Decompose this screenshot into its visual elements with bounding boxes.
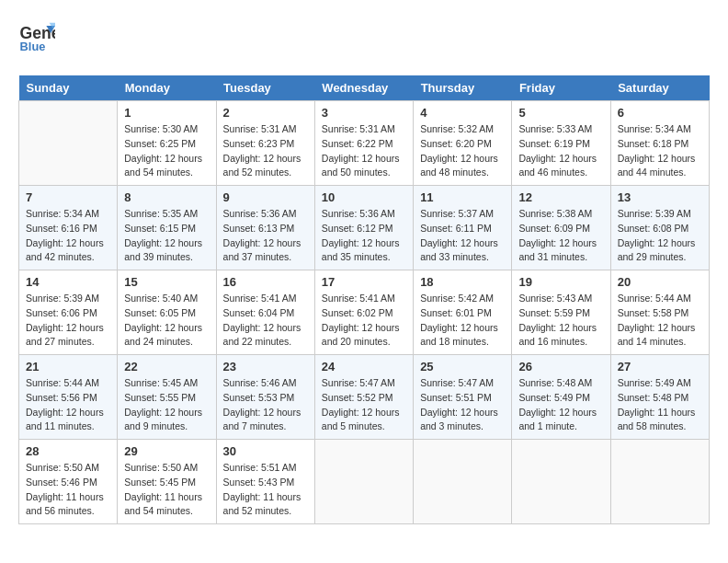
sunrise: Sunrise: 5:31 AM xyxy=(223,123,297,134)
week-row-1: 1 Sunrise: 5:30 AM Sunset: 6:25 PM Dayli… xyxy=(19,101,710,186)
daylight: Daylight: 11 hours and 56 minutes. xyxy=(26,491,104,517)
day-info: Sunrise: 5:40 AM Sunset: 6:05 PM Dayligh… xyxy=(124,292,209,350)
sunset: Sunset: 6:22 PM xyxy=(322,138,393,149)
sunrise: Sunrise: 5:45 AM xyxy=(124,377,198,388)
logo: General Blue xyxy=(18,18,61,55)
calendar-cell xyxy=(512,440,610,524)
day-number: 22 xyxy=(124,360,209,373)
sunrise: Sunrise: 5:36 AM xyxy=(322,208,395,219)
calendar-cell: 21 Sunrise: 5:44 AM Sunset: 5:56 PM Dayl… xyxy=(19,355,118,440)
sunset: Sunset: 6:08 PM xyxy=(618,223,689,234)
daylight: Daylight: 12 hours and 46 minutes. xyxy=(518,153,597,178)
calendar-cell: 17 Sunrise: 5:41 AM Sunset: 6:02 PM Dayl… xyxy=(314,270,413,355)
day-info: Sunrise: 5:42 AM Sunset: 6:01 PM Dayligh… xyxy=(420,292,505,350)
calendar-cell: 8 Sunrise: 5:35 AM Sunset: 6:15 PM Dayli… xyxy=(118,186,216,270)
day-info: Sunrise: 5:41 AM Sunset: 6:04 PM Dayligh… xyxy=(223,292,308,350)
calendar-cell: 28 Sunrise: 5:50 AM Sunset: 5:46 PM Dayl… xyxy=(19,440,118,524)
day-info: Sunrise: 5:30 AM Sunset: 6:25 PM Dayligh… xyxy=(124,122,209,180)
weekday-tuesday: Tuesday xyxy=(216,75,314,101)
sunset: Sunset: 5:53 PM xyxy=(223,392,295,403)
logo-icon: General Blue xyxy=(18,18,55,55)
calendar-cell xyxy=(610,440,709,524)
day-info: Sunrise: 5:33 AM Sunset: 6:19 PM Dayligh… xyxy=(518,122,603,180)
calendar-table: SundayMondayTuesdayWednesdayThursdayFrid… xyxy=(18,75,710,524)
sunrise: Sunrise: 5:34 AM xyxy=(618,123,691,134)
sunrise: Sunrise: 5:37 AM xyxy=(420,208,494,219)
sunrise: Sunrise: 5:41 AM xyxy=(322,293,395,304)
sunset: Sunset: 6:18 PM xyxy=(618,138,689,149)
sunrise: Sunrise: 5:35 AM xyxy=(124,208,198,219)
sunrise: Sunrise: 5:38 AM xyxy=(518,208,592,219)
sunset: Sunset: 5:58 PM xyxy=(618,307,689,318)
daylight: Daylight: 12 hours and 7 minutes. xyxy=(223,407,301,432)
sunrise: Sunrise: 5:49 AM xyxy=(618,377,691,388)
day-info: Sunrise: 5:49 AM Sunset: 5:48 PM Dayligh… xyxy=(618,376,702,434)
day-number: 26 xyxy=(518,360,603,373)
day-info: Sunrise: 5:31 AM Sunset: 6:22 PM Dayligh… xyxy=(322,122,406,180)
day-info: Sunrise: 5:31 AM Sunset: 6:23 PM Dayligh… xyxy=(223,122,308,180)
sunset: Sunset: 6:12 PM xyxy=(322,223,393,234)
sunset: Sunset: 6:20 PM xyxy=(420,138,492,149)
sunset: Sunset: 5:55 PM xyxy=(124,392,196,403)
sunset: Sunset: 6:09 PM xyxy=(518,223,590,234)
sunset: Sunset: 6:05 PM xyxy=(124,307,196,318)
sunset: Sunset: 5:49 PM xyxy=(518,392,590,403)
calendar-cell: 18 Sunrise: 5:42 AM Sunset: 6:01 PM Dayl… xyxy=(414,270,512,355)
calendar-cell: 11 Sunrise: 5:37 AM Sunset: 6:11 PM Dayl… xyxy=(414,186,512,270)
day-number: 21 xyxy=(26,360,110,373)
daylight: Daylight: 12 hours and 48 minutes. xyxy=(420,153,498,178)
calendar-cell: 25 Sunrise: 5:47 AM Sunset: 5:51 PM Dayl… xyxy=(414,355,512,440)
svg-text:Blue: Blue xyxy=(20,40,46,53)
top-row: General Blue xyxy=(18,18,710,64)
daylight: Daylight: 12 hours and 24 minutes. xyxy=(124,322,202,348)
day-number: 30 xyxy=(223,444,308,458)
sunrise: Sunrise: 5:32 AM xyxy=(420,123,494,134)
calendar-cell xyxy=(414,440,512,524)
daylight: Daylight: 12 hours and 11 minutes. xyxy=(26,407,104,432)
daylight: Daylight: 11 hours and 58 minutes. xyxy=(618,407,696,432)
day-number: 27 xyxy=(618,360,702,373)
calendar-cell xyxy=(19,101,118,186)
week-row-3: 14 Sunrise: 5:39 AM Sunset: 6:06 PM Dayl… xyxy=(19,270,710,355)
day-number: 16 xyxy=(223,275,308,289)
day-number: 20 xyxy=(618,275,702,289)
sunrise: Sunrise: 5:50 AM xyxy=(124,462,198,473)
calendar-cell: 13 Sunrise: 5:39 AM Sunset: 6:08 PM Dayl… xyxy=(610,186,709,270)
sunrise: Sunrise: 5:34 AM xyxy=(26,208,99,219)
calendar-cell: 19 Sunrise: 5:43 AM Sunset: 5:59 PM Dayl… xyxy=(512,270,610,355)
day-number: 6 xyxy=(618,106,702,120)
sunset: Sunset: 5:46 PM xyxy=(26,477,97,488)
day-info: Sunrise: 5:35 AM Sunset: 6:15 PM Dayligh… xyxy=(124,207,209,265)
sunrise: Sunrise: 5:39 AM xyxy=(618,208,691,219)
day-number: 9 xyxy=(223,190,308,204)
weekday-saturday: Saturday xyxy=(610,75,709,101)
sunrise: Sunrise: 5:40 AM xyxy=(124,293,198,304)
sunset: Sunset: 6:06 PM xyxy=(26,307,97,318)
day-info: Sunrise: 5:47 AM Sunset: 5:52 PM Dayligh… xyxy=(322,376,406,434)
calendar-cell: 1 Sunrise: 5:30 AM Sunset: 6:25 PM Dayli… xyxy=(118,101,216,186)
sunrise: Sunrise: 5:39 AM xyxy=(26,293,99,304)
daylight: Daylight: 11 hours and 52 minutes. xyxy=(223,491,301,517)
sunset: Sunset: 5:59 PM xyxy=(518,307,590,318)
week-row-2: 7 Sunrise: 5:34 AM Sunset: 6:16 PM Dayli… xyxy=(19,186,710,270)
calendar-cell: 3 Sunrise: 5:31 AM Sunset: 6:22 PM Dayli… xyxy=(314,101,413,186)
daylight: Daylight: 12 hours and 52 minutes. xyxy=(223,153,301,178)
daylight: Daylight: 12 hours and 3 minutes. xyxy=(420,407,498,432)
daylight: Daylight: 12 hours and 22 minutes. xyxy=(223,322,301,348)
day-info: Sunrise: 5:43 AM Sunset: 5:59 PM Dayligh… xyxy=(518,292,603,350)
day-number: 15 xyxy=(124,275,209,289)
daylight: Daylight: 12 hours and 44 minutes. xyxy=(618,153,696,178)
day-number: 28 xyxy=(26,444,110,458)
day-number: 11 xyxy=(420,190,505,204)
day-info: Sunrise: 5:34 AM Sunset: 6:18 PM Dayligh… xyxy=(618,122,702,180)
calendar-cell: 9 Sunrise: 5:36 AM Sunset: 6:13 PM Dayli… xyxy=(216,186,314,270)
daylight: Daylight: 11 hours and 54 minutes. xyxy=(124,491,202,517)
calendar-cell: 15 Sunrise: 5:40 AM Sunset: 6:05 PM Dayl… xyxy=(118,270,216,355)
sunrise: Sunrise: 5:50 AM xyxy=(26,462,99,473)
sunrise: Sunrise: 5:51 AM xyxy=(223,462,297,473)
daylight: Daylight: 12 hours and 29 minutes. xyxy=(618,237,696,263)
sunrise: Sunrise: 5:33 AM xyxy=(518,123,592,134)
sunrise: Sunrise: 5:44 AM xyxy=(618,293,691,304)
calendar-cell: 2 Sunrise: 5:31 AM Sunset: 6:23 PM Dayli… xyxy=(216,101,314,186)
calendar-cell: 16 Sunrise: 5:41 AM Sunset: 6:04 PM Dayl… xyxy=(216,270,314,355)
